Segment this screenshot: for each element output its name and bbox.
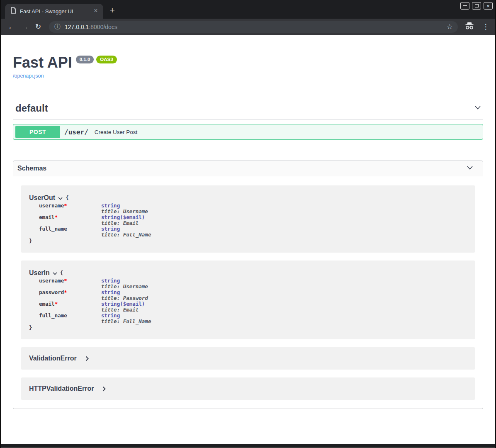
new-tab-button[interactable]: + [107, 5, 118, 16]
prop-title: title: Full_Name [101, 231, 151, 238]
prop-title: title: Username [101, 283, 148, 290]
window-bottom-edge [1, 444, 495, 448]
close-button[interactable]: × [484, 2, 493, 10]
forward-icon[interactable]: → [18, 22, 32, 32]
model-userout-header[interactable]: UserOut { [29, 194, 467, 202]
prop-title: title: Username [101, 208, 148, 214]
page-favicon-icon [11, 7, 16, 15]
model-validationerror[interactable]: ValidationError [21, 347, 475, 370]
maximize-button[interactable] [472, 2, 481, 10]
model-userin-header[interactable]: UserIn { [29, 269, 467, 277]
property-row: full_name string title: Full_Name [29, 226, 467, 238]
method-badge: POST [15, 126, 60, 138]
property-row: email* string($email) title: Email [29, 214, 467, 226]
operation-summary: Create User Post [95, 129, 138, 135]
window-controls: × [460, 2, 493, 10]
prop-type: string [101, 278, 120, 284]
prop-type: string [101, 289, 120, 295]
close-brace: } [29, 238, 467, 244]
prop-type: string [101, 214, 120, 220]
schemas-title: Schemas [17, 165, 46, 172]
url-host: 127.0.0.1 [65, 24, 89, 30]
tag-section-default[interactable]: default [13, 102, 483, 119]
property-row: email* string($email) title: Email [29, 301, 467, 313]
minimize-button[interactable] [460, 2, 469, 10]
model-userout: UserOut { username* string title: Userna… [21, 185, 475, 253]
back-icon[interactable]: ← [5, 22, 18, 32]
model-name: UserOut [29, 194, 55, 202]
tab-title: Fast API - Swagger UI [20, 8, 92, 15]
chevron-right-icon[interactable] [85, 356, 89, 361]
property-row: username* string title: Username [29, 203, 467, 214]
prop-format: ($email) [120, 214, 145, 220]
swagger-page: Fast API 0.1.0 OAS3 /openapi.json defaul… [1, 35, 495, 444]
prop-name: full_name [39, 226, 67, 232]
url-bar[interactable]: ⓘ 127.0.0.1:8000/docs ☆ [49, 21, 458, 33]
prop-title: title: Email [101, 307, 139, 313]
model-name: ValidationError [29, 355, 77, 362]
prop-name: username [39, 202, 64, 209]
prop-name: email [39, 301, 55, 307]
prop-type: string [101, 301, 120, 307]
chevron-right-icon[interactable] [102, 386, 106, 392]
site-info-icon[interactable]: ⓘ [54, 23, 61, 31]
prop-name: full_name [39, 312, 67, 319]
tab-strip: Fast API - Swagger UI × + × [1, 0, 495, 19]
close-brace: } [29, 324, 467, 331]
prop-title: title: Password [101, 295, 148, 301]
tab-close-icon[interactable]: × [92, 7, 100, 15]
minimize-icon [463, 5, 467, 6]
reload-icon[interactable]: ↻ [32, 22, 45, 31]
property-row: password* string title: Password [29, 290, 467, 301]
browser-tab[interactable]: Fast API - Swagger UI × [5, 4, 103, 19]
api-title: Fast API [13, 54, 72, 71]
browser-menu-icon[interactable]: ⋮ [480, 22, 491, 31]
property-row: full_name string title: Full_Name [29, 313, 467, 324]
url-text: 127.0.0.1:8000/docs [65, 24, 117, 30]
tag-name: default [15, 102, 48, 114]
opblock-post-user[interactable]: POST /user/ Create User Post [13, 124, 483, 140]
required-star: * [64, 202, 67, 209]
prop-type: string [101, 226, 120, 232]
bookmark-star-icon[interactable]: ☆ [447, 22, 453, 31]
prop-title: title: Full_Name [101, 318, 151, 324]
chevron-down-icon[interactable] [466, 163, 474, 173]
maximize-icon [475, 4, 479, 7]
prop-format: ($email) [120, 301, 145, 307]
prop-name: email [39, 214, 55, 220]
api-info: Fast API 0.1.0 OAS3 [13, 54, 483, 71]
operation-path: /user/ [64, 128, 88, 136]
open-brace: { [66, 194, 69, 202]
prop-type: string [101, 312, 120, 319]
required-star: * [64, 278, 67, 284]
schemas-body: UserOut { username* string title: Userna… [13, 176, 483, 409]
openapi-spec-link[interactable]: /openapi.json [13, 73, 44, 79]
prop-type: string [101, 202, 120, 209]
version-badge: 0.1.0 [76, 56, 94, 63]
prop-name: password [39, 289, 64, 295]
model-httpvalidationerror[interactable]: HTTPValidationError [21, 377, 475, 400]
required-star: * [55, 301, 58, 307]
model-properties: username* string title: Username email* … [29, 203, 467, 238]
chevron-down-icon[interactable] [53, 272, 57, 275]
chevron-down-icon[interactable] [474, 103, 482, 113]
url-path: :8000/docs [89, 24, 117, 30]
browser-toolbar: ← → ↻ ⓘ 127.0.0.1:8000/docs ☆ ⋮ [1, 19, 495, 35]
required-star: * [55, 214, 58, 220]
required-star: * [64, 289, 67, 295]
schemas-header[interactable]: Schemas [13, 161, 483, 176]
open-brace: { [60, 269, 63, 277]
incognito-icon [464, 22, 474, 32]
chevron-down-icon[interactable] [58, 197, 63, 200]
prop-title: title: Email [101, 220, 139, 226]
property-row: username* string title: Username [29, 278, 467, 290]
model-properties: username* string title: Username passwor… [29, 278, 467, 324]
browser-window: Fast API - Swagger UI × + × ← → ↻ ⓘ 127.… [0, 0, 496, 448]
model-name: HTTPValidationError [29, 385, 94, 392]
model-userin: UserIn { username* string title: Usernam… [21, 261, 475, 339]
prop-name: username [39, 278, 64, 284]
oas3-badge: OAS3 [96, 56, 117, 63]
schemas-section: Schemas UserOut { [13, 161, 483, 409]
model-name: UserIn [29, 269, 50, 277]
